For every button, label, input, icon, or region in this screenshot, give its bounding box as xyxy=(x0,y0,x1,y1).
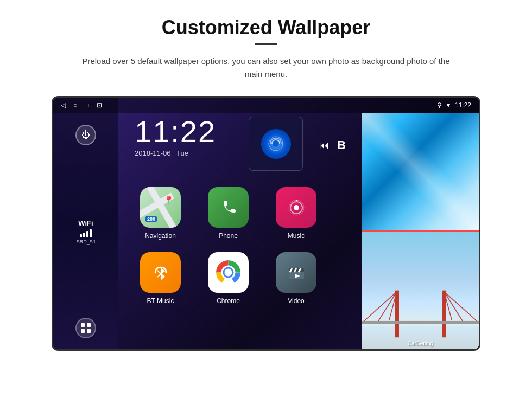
wifi-bars xyxy=(77,229,96,237)
svg-line-26 xyxy=(444,292,463,321)
music-widget-icon xyxy=(261,129,291,159)
status-icons-left: ◁ ○ □ ⊡ xyxy=(61,101,102,109)
wallpaper-ice[interactable] xyxy=(362,113,479,230)
app-music[interactable]: Music xyxy=(265,182,327,247)
page-container: Customized Wallpaper Preload over 5 defa… xyxy=(0,0,532,411)
app-btmusic[interactable]: BT Music xyxy=(129,247,192,312)
nav-shield: 280 xyxy=(145,216,157,222)
screen-main: 11:22 2018-11-06 Tue xyxy=(118,98,479,349)
wifi-info: WiFi SRD_SJ xyxy=(77,219,96,245)
home-icon: ○ xyxy=(73,101,77,109)
chrome-icon xyxy=(208,252,249,293)
svg-point-7 xyxy=(294,205,299,210)
page-description: Preload over 5 default wallpaper options… xyxy=(76,55,456,81)
sidebar: ⏻ WiFi SRD_SJ xyxy=(53,98,118,349)
svg-point-5 xyxy=(273,140,279,147)
btmusic-icon xyxy=(140,252,181,293)
wifi-bar-3 xyxy=(86,231,88,237)
title-divider xyxy=(255,43,277,45)
right-panel: CarSetting xyxy=(362,113,479,349)
wifi-ssid: SRD_SJ xyxy=(77,239,96,245)
apps-button[interactable] xyxy=(75,318,96,338)
signal-icon: ▼ xyxy=(445,101,452,109)
video-icon xyxy=(276,252,316,293)
music-label: Music xyxy=(288,232,305,240)
svg-point-12 xyxy=(225,269,232,277)
btmusic-label: BT Music xyxy=(147,297,174,305)
app-grid: 280 📍 Navigation Phone xyxy=(129,182,327,312)
wallpaper-bridge[interactable]: CarSetting xyxy=(362,232,479,350)
svg-rect-0 xyxy=(81,323,85,327)
app-phone[interactable]: Phone xyxy=(197,182,259,247)
chrome-label: Chrome xyxy=(217,297,240,305)
clock-date: 2018-11-06 Tue xyxy=(135,149,216,157)
wifi-bar-4 xyxy=(90,229,92,237)
app-video[interactable]: Video xyxy=(265,247,327,312)
back-icon: ◁ xyxy=(61,101,66,109)
wifi-label: WiFi xyxy=(77,219,96,227)
navigation-icon: 280 📍 xyxy=(140,187,181,228)
artist-letter: B xyxy=(337,138,346,152)
app-chrome[interactable]: Chrome xyxy=(197,247,259,312)
location-icon: ⚲ xyxy=(437,101,442,109)
screenshot-icon: ⊡ xyxy=(97,101,102,109)
svg-line-25 xyxy=(444,292,479,323)
music-widget[interactable] xyxy=(249,117,303,171)
music-icon xyxy=(276,187,316,228)
page-title: Customized Wallpaper xyxy=(162,16,371,39)
svg-rect-3 xyxy=(87,329,91,333)
bridge-scene: CarSetting xyxy=(362,232,479,350)
clock-time: 11:22 xyxy=(135,117,216,147)
nav-pin: 📍 xyxy=(163,195,174,206)
svg-line-23 xyxy=(378,292,397,321)
svg-line-22 xyxy=(362,292,397,323)
phone-icon xyxy=(208,187,249,228)
app-navigation[interactable]: 280 📍 Navigation xyxy=(129,182,192,247)
video-label: Video xyxy=(288,297,304,305)
clock-area: 11:22 2018-11-06 Tue xyxy=(135,117,216,157)
navigation-label: Navigation xyxy=(145,232,176,240)
recents-icon: □ xyxy=(85,101,88,109)
phone-label: Phone xyxy=(219,232,238,240)
media-controls: ⏮ B xyxy=(319,138,346,152)
power-button[interactable]: ⏻ xyxy=(75,125,96,145)
status-time: 11:22 xyxy=(455,101,471,109)
status-bar: ◁ ○ □ ⊡ ⚲ ▼ 11:22 xyxy=(53,98,479,113)
device-frame: ◁ ○ □ ⊡ ⚲ ▼ 11:22 ⏻ WiFi xyxy=(52,96,480,351)
svg-rect-1 xyxy=(87,323,91,327)
prev-track-icon[interactable]: ⏮ xyxy=(319,140,329,151)
svg-rect-2 xyxy=(81,329,85,333)
wifi-bar-1 xyxy=(80,234,82,237)
carsetting-label: CarSetting xyxy=(408,341,433,346)
status-icons-right: ⚲ ▼ 11:22 xyxy=(437,101,471,109)
svg-rect-28 xyxy=(362,321,479,324)
wifi-bar-2 xyxy=(83,233,85,237)
ice-pattern xyxy=(362,113,479,230)
